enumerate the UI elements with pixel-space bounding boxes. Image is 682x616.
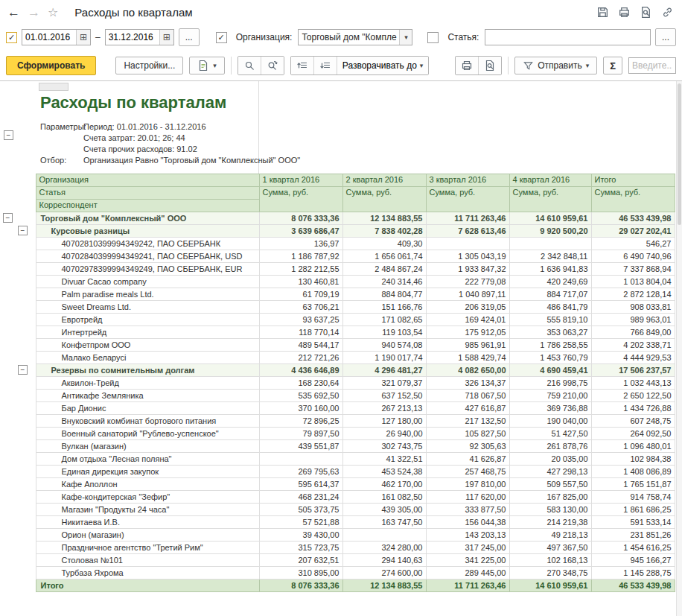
amount-cell[interactable]: 1 096 480,01 [591, 440, 675, 453]
organization-combobox[interactable]: Торговый дом "Компле ▾ [298, 29, 412, 45]
amount-cell[interactable]: 718 067,50 [426, 390, 509, 402]
period-more-button[interactable]: ... [179, 28, 200, 46]
header-q3[interactable]: 3 квартал 2016 [426, 174, 509, 187]
amount-cell[interactable]: 591 533,14 [591, 516, 675, 529]
amount-cell[interactable] [259, 453, 342, 466]
row-label[interactable]: 40702978399994349249, ПАО СБЕРБАНК, EUR [36, 263, 259, 276]
amount-cell[interactable]: 214 219,38 [509, 516, 591, 529]
article-checkbox[interactable] [427, 32, 439, 43]
row-label[interactable]: Вулкан (магазин) [36, 440, 259, 453]
amount-cell[interactable]: 439 551,87 [259, 440, 342, 453]
amount-cell[interactable]: 216 998,75 [509, 377, 591, 390]
print-report-button[interactable] [456, 57, 478, 74]
amount-cell[interactable]: 1 282 212,55 [259, 263, 342, 276]
amount-cell[interactable]: 1 305 043,19 [426, 250, 509, 263]
row-label[interactable]: Малако Беларусі [36, 352, 259, 364]
amount-cell[interactable]: 8 076 333,36 [259, 212, 342, 225]
amount-cell[interactable]: 119 103,54 [342, 326, 426, 339]
amount-cell[interactable]: 420 249,69 [509, 276, 591, 288]
header-amount[interactable]: Сумма, руб. [509, 187, 591, 212]
amount-cell[interactable]: 4 296 481,27 [342, 364, 426, 377]
amount-cell[interactable]: 294 140,63 [342, 554, 426, 567]
amount-cell[interactable]: 462 170,00 [342, 478, 426, 491]
amount-cell[interactable]: 26 940,00 [342, 428, 426, 440]
amount-cell[interactable]: 274 600,00 [342, 567, 426, 580]
row-label[interactable]: Военный санаторий "Рублево-успенское" [36, 428, 259, 440]
amount-cell[interactable]: 9 920 500,20 [509, 225, 591, 238]
save-icon[interactable] [595, 4, 610, 19]
amount-cell[interactable]: 637 152,50 [342, 390, 426, 402]
amount-cell[interactable]: 39 430,00 [259, 529, 342, 542]
row-label[interactable]: Кафе-кондитерская "Зефир" [36, 491, 259, 504]
amount-cell[interactable]: 14 610 959,61 [509, 212, 591, 225]
amount-cell[interactable]: 163 747,50 [342, 516, 426, 529]
header-q4[interactable]: 4 квартал 2016 [509, 174, 591, 187]
favorite-star-icon[interactable]: ☆ [48, 5, 58, 19]
amount-cell[interactable]: 370 160,00 [259, 402, 342, 415]
amount-cell[interactable]: 261 878,76 [509, 440, 591, 453]
row-label[interactable]: Евротрейд [36, 314, 259, 326]
amount-cell[interactable]: 505 373,75 [259, 504, 342, 516]
header-article[interactable]: Статья [36, 187, 259, 200]
row-label[interactable]: Праздничное агентство "Третий Рим" [36, 542, 259, 554]
amount-cell[interactable]: 264 092,50 [591, 428, 675, 440]
amount-cell[interactable]: 57 521,88 [259, 516, 342, 529]
print-preview-icon[interactable] [638, 4, 653, 19]
organization-checkbox[interactable]: ✓ [216, 32, 227, 43]
amount-cell[interactable]: 118 770,14 [259, 326, 342, 339]
date-to-input[interactable] [106, 32, 159, 42]
header-amount[interactable]: Сумма, руб. [259, 187, 342, 212]
row-label[interactable]: Столовая №101 [36, 554, 259, 567]
amount-cell[interactable]: 317 245,00 [426, 542, 509, 554]
amount-cell[interactable]: 17 506 237,57 [591, 364, 675, 377]
amount-cell[interactable]: 143 203,13 [426, 529, 509, 542]
amount-cell[interactable]: 169 424,01 [426, 314, 509, 326]
amount-cell[interactable]: 161 082,50 [342, 491, 426, 504]
amount-cell[interactable]: 1 636 941,83 [509, 263, 591, 276]
amount-cell[interactable]: 20 035,00 [509, 453, 591, 466]
amount-cell[interactable]: 1 032 443,13 [591, 377, 675, 390]
amount-cell[interactable]: 1 765 151,87 [591, 478, 675, 491]
amount-cell[interactable]: 79 897,50 [259, 428, 342, 440]
header-q1[interactable]: 1 квартал 2016 [259, 174, 342, 187]
amount-cell[interactable]: 1 861 686,25 [591, 504, 675, 516]
row-label[interactable]: Интертрейд [36, 326, 259, 339]
row-label[interactable]: Sweet Dreams Ltd. [36, 301, 259, 314]
columns-group-tab[interactable] [39, 83, 68, 91]
amount-cell[interactable]: 175 912,05 [426, 326, 509, 339]
amount-cell[interactable]: 1 588 429,74 [426, 352, 509, 364]
amount-cell[interactable]: 12 134 883,55 [342, 580, 426, 592]
amount-cell[interactable]: 11 711 263,46 [426, 212, 509, 225]
row-label[interactable]: Конфетпром ООО [36, 339, 259, 352]
amount-cell[interactable]: 1 656 061,74 [342, 250, 426, 263]
amount-cell[interactable]: 151 166,76 [342, 301, 426, 314]
amount-cell[interactable]: 583 130,00 [509, 504, 591, 516]
row-label[interactable]: Никитаева И.В. [36, 516, 259, 529]
amount-cell[interactable]: 49 218,13 [509, 529, 591, 542]
amount-cell[interactable]: 302 743,75 [342, 440, 426, 453]
forward-button[interactable]: → [28, 6, 40, 19]
collapse-group-button[interactable]: − [18, 365, 28, 375]
amount-cell[interactable]: 46 533 439,98 [591, 580, 675, 592]
amount-cell[interactable]: 914 758,74 [591, 491, 675, 504]
amount-cell[interactable]: 1 040 897,11 [426, 288, 509, 301]
amount-cell[interactable]: 989 963,01 [591, 314, 675, 326]
back-button[interactable]: ← [7, 6, 20, 19]
expand-groups-button[interactable] [313, 57, 337, 74]
article-more-button[interactable]: ... [655, 28, 676, 46]
collapse-groups-button[interactable] [291, 57, 313, 74]
generate-button[interactable]: Сформировать [6, 56, 96, 75]
amount-cell[interactable]: 171 082,65 [342, 314, 426, 326]
row-label[interactable]: Резервы по сомнительным долгам [36, 364, 259, 377]
row-label[interactable]: Итого [36, 580, 259, 592]
amount-cell[interactable]: 72 896,25 [259, 415, 342, 428]
amount-cell[interactable]: 468 231,24 [259, 491, 342, 504]
header-q2[interactable]: 2 квартал 2016 [342, 174, 426, 187]
header-amount[interactable]: Сумма, руб. [591, 187, 675, 212]
amount-cell[interactable]: 326 134,37 [426, 377, 509, 390]
amount-cell[interactable]: 310 895,00 [259, 567, 342, 580]
amount-cell[interactable]: 167 825,00 [509, 491, 591, 504]
amount-cell[interactable]: 269 795,63 [259, 466, 342, 478]
amount-cell[interactable]: 4 690 459,41 [509, 364, 591, 377]
collapse-group-button[interactable]: − [3, 213, 13, 223]
